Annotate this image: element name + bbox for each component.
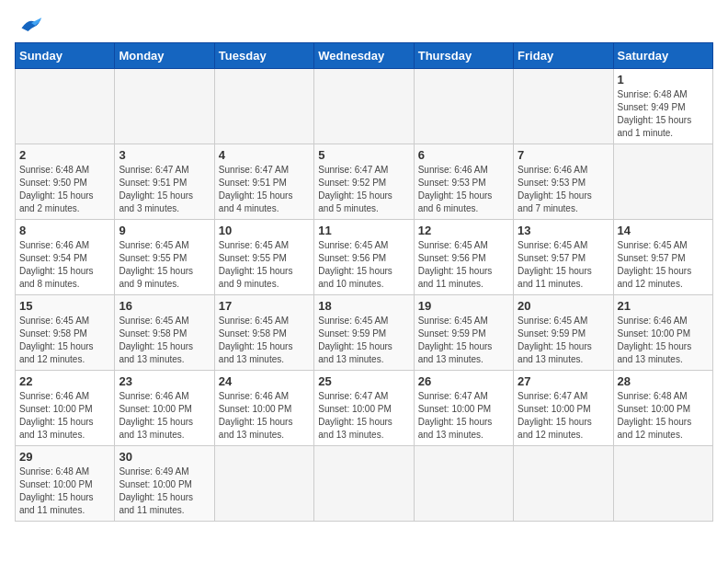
header-day-tuesday: Tuesday (214, 43, 313, 69)
calendar-day-5: 5Sunrise: 6:47 AMSunset: 9:52 PMDaylight… (314, 144, 414, 220)
calendar-day-21: 21Sunrise: 6:46 AMSunset: 10:00 PMDaylig… (613, 295, 712, 371)
calendar-day-20: 20Sunrise: 6:45 AMSunset: 9:59 PMDayligh… (514, 295, 613, 371)
logo (15, 15, 44, 35)
empty-cell (414, 446, 513, 522)
calendar-day-9: 9Sunrise: 6:45 AMSunset: 9:55 PMDaylight… (115, 220, 214, 295)
empty-cell (16, 69, 115, 144)
calendar-day-2: 2Sunrise: 6:48 AMSunset: 9:50 PMDaylight… (16, 144, 115, 220)
empty-cell (514, 446, 613, 522)
header-day-thursday: Thursday (414, 43, 513, 69)
calendar-week-3: 8Sunrise: 6:46 AMSunset: 9:54 PMDaylight… (16, 220, 713, 295)
header-day-wednesday: Wednesday (314, 43, 414, 69)
calendar-day-29: 29Sunrise: 6:48 AMSunset: 10:00 PMDaylig… (16, 446, 115, 522)
empty-cell (613, 144, 712, 220)
logo-bird-icon (18, 15, 44, 35)
calendar-day-30: 30Sunrise: 6:49 AMSunset: 10:00 PMDaylig… (115, 446, 214, 522)
empty-cell (214, 69, 313, 144)
calendar-day-27: 27Sunrise: 6:47 AMSunset: 10:00 PMDaylig… (514, 371, 613, 446)
empty-cell (514, 69, 613, 144)
empty-cell (314, 446, 414, 522)
calendar-table: SundayMondayTuesdayWednesdayThursdayFrid… (15, 42, 713, 522)
calendar-day-7: 7Sunrise: 6:46 AMSunset: 9:53 PMDaylight… (514, 144, 613, 220)
calendar-day-16: 16Sunrise: 6:45 AMSunset: 9:58 PMDayligh… (115, 295, 214, 371)
header-day-friday: Friday (514, 43, 613, 69)
calendar-day-19: 19Sunrise: 6:45 AMSunset: 9:59 PMDayligh… (414, 295, 513, 371)
header (15, 15, 713, 35)
calendar-day-12: 12Sunrise: 6:45 AMSunset: 9:56 PMDayligh… (414, 220, 513, 295)
calendar-day-17: 17Sunrise: 6:45 AMSunset: 9:58 PMDayligh… (214, 295, 313, 371)
header-day-sunday: Sunday (16, 43, 115, 69)
calendar-day-6: 6Sunrise: 6:46 AMSunset: 9:53 PMDaylight… (414, 144, 513, 220)
calendar-day-18: 18Sunrise: 6:45 AMSunset: 9:59 PMDayligh… (314, 295, 414, 371)
empty-cell (613, 446, 712, 522)
empty-cell (314, 69, 414, 144)
header-day-saturday: Saturday (613, 43, 712, 69)
calendar-week-6: 29Sunrise: 6:48 AMSunset: 10:00 PMDaylig… (16, 446, 713, 522)
calendar-day-11: 11Sunrise: 6:45 AMSunset: 9:56 PMDayligh… (314, 220, 414, 295)
calendar-day-22: 22Sunrise: 6:46 AMSunset: 10:00 PMDaylig… (16, 371, 115, 446)
calendar-week-2: 2Sunrise: 6:48 AMSunset: 9:50 PMDaylight… (16, 144, 713, 220)
calendar-week-1: 1Sunrise: 6:48 AMSunset: 9:49 PMDaylight… (16, 69, 713, 144)
calendar-week-5: 22Sunrise: 6:46 AMSunset: 10:00 PMDaylig… (16, 371, 713, 446)
calendar-day-26: 26Sunrise: 6:47 AMSunset: 10:00 PMDaylig… (414, 371, 513, 446)
calendar-day-13: 13Sunrise: 6:45 AMSunset: 9:57 PMDayligh… (514, 220, 613, 295)
calendar-day-28: 28Sunrise: 6:48 AMSunset: 10:00 PMDaylig… (613, 371, 712, 446)
calendar-day-3: 3Sunrise: 6:47 AMSunset: 9:51 PMDaylight… (115, 144, 214, 220)
header-day-monday: Monday (115, 43, 214, 69)
calendar-day-14: 14Sunrise: 6:45 AMSunset: 9:57 PMDayligh… (613, 220, 712, 295)
calendar-day-25: 25Sunrise: 6:47 AMSunset: 10:00 PMDaylig… (314, 371, 414, 446)
calendar-day-4: 4Sunrise: 6:47 AMSunset: 9:51 PMDaylight… (214, 144, 313, 220)
calendar-day-1: 1Sunrise: 6:48 AMSunset: 9:49 PMDaylight… (613, 69, 712, 144)
header-row: SundayMondayTuesdayWednesdayThursdayFrid… (16, 43, 713, 69)
calendar-week-4: 15Sunrise: 6:45 AMSunset: 9:58 PMDayligh… (16, 295, 713, 371)
empty-cell (115, 69, 214, 144)
calendar-day-10: 10Sunrise: 6:45 AMSunset: 9:55 PMDayligh… (214, 220, 313, 295)
calendar-day-23: 23Sunrise: 6:46 AMSunset: 10:00 PMDaylig… (115, 371, 214, 446)
calendar-day-24: 24Sunrise: 6:46 AMSunset: 10:00 PMDaylig… (214, 371, 313, 446)
empty-cell (214, 446, 313, 522)
empty-cell (414, 69, 513, 144)
calendar-day-15: 15Sunrise: 6:45 AMSunset: 9:58 PMDayligh… (16, 295, 115, 371)
calendar-day-8: 8Sunrise: 6:46 AMSunset: 9:54 PMDaylight… (16, 220, 115, 295)
